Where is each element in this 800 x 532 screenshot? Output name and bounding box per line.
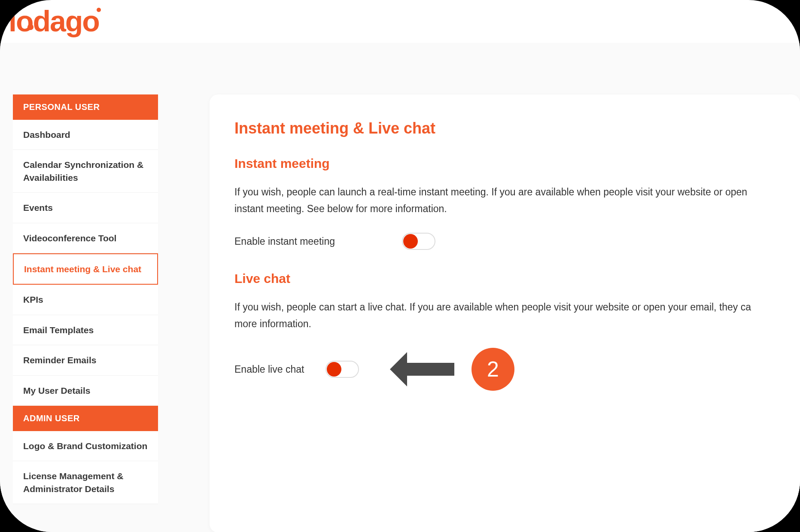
section-description-instant-meeting: If you wish, people can launch a real-ti…	[234, 184, 775, 217]
sidebar-item-calendar-sync[interactable]: Calendar Synchronization & Availabilitie…	[13, 150, 158, 193]
sidebar-item-email-templates[interactable]: Email Templates	[13, 315, 158, 345]
section-description-live-chat: If you wish, people can start a live cha…	[234, 299, 775, 332]
toggle-label-instant-meeting: Enable instant meeting	[234, 236, 350, 247]
sidebar-item-instant-meeting[interactable]: Instant meeting & Live chat	[13, 253, 158, 285]
step-badge: 2	[471, 348, 514, 391]
tutorial-annotation: 2	[386, 348, 514, 391]
toggle-knob-icon	[403, 234, 418, 249]
sidebar-item-reminder-emails[interactable]: Reminder Emails	[13, 345, 158, 375]
sidebar-item-events[interactable]: Events	[13, 193, 158, 223]
sidebar-section-header-admin: ADMIN USER	[13, 406, 158, 431]
live-chat-section: Live chat If you wish, people can start …	[234, 271, 775, 391]
sidebar-item-kpis[interactable]: KPIs	[13, 285, 158, 315]
content-area: PERSONAL USER Dashboard Calendar Synchro…	[0, 43, 800, 532]
step-badge-number: 2	[487, 357, 499, 382]
sidebar-item-license-management[interactable]: License Management & Administrator Detai…	[13, 461, 158, 504]
toggle-row-instant-meeting: Enable instant meeting	[234, 233, 775, 250]
toggle-instant-meeting[interactable]	[402, 233, 435, 250]
section-title-live-chat: Live chat	[234, 271, 775, 286]
sidebar-item-videoconference[interactable]: Videoconference Tool	[13, 223, 158, 253]
app-viewport: lodago PERSONAL USER Dashboard Calendar …	[0, 0, 800, 532]
logo-dot-icon	[27, 24, 33, 30]
logo-text: lodago	[9, 5, 99, 37]
page-title: Instant meeting & Live chat	[234, 119, 775, 137]
toggle-live-chat[interactable]	[325, 361, 359, 378]
app-header: lodago	[0, 0, 800, 43]
sidebar-section-header-personal: PERSONAL USER	[13, 94, 158, 120]
instant-meeting-section: Instant meeting If you wish, people can …	[234, 156, 775, 250]
sidebar-item-logo-brand[interactable]: Logo & Brand Customization	[13, 431, 158, 461]
arrow-left-icon	[386, 348, 459, 391]
sidebar-item-dashboard[interactable]: Dashboard	[13, 120, 158, 150]
toggle-row-live-chat: Enable live chat 2	[234, 348, 775, 391]
toggle-label-live-chat: Enable live chat	[234, 364, 312, 375]
logo: lodago	[9, 4, 99, 38]
section-title-instant-meeting: Instant meeting	[234, 156, 775, 171]
sidebar-item-user-details[interactable]: My User Details	[13, 376, 158, 406]
main-panel: Instant meeting & Live chat Instant meet…	[210, 94, 800, 532]
sidebar: PERSONAL USER Dashboard Calendar Synchro…	[13, 94, 158, 532]
logo-dot-icon	[97, 8, 101, 12]
toggle-knob-icon	[327, 362, 341, 377]
